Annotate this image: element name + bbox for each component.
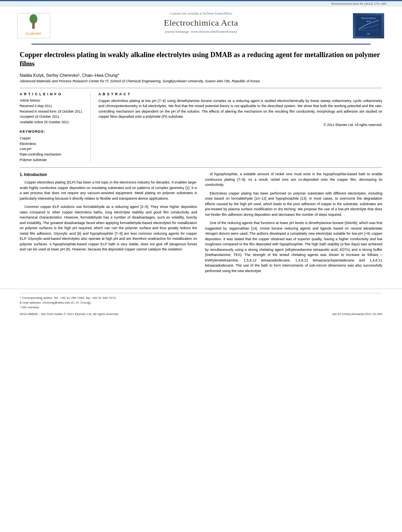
citation-text: Electrochimica Acta 59 (2012) 179–185 bbox=[331, 2, 386, 6]
svg-text:ISE: ISE bbox=[367, 32, 371, 35]
keywords-section: Keywords: Copper Electroless Low-pH Rate… bbox=[20, 130, 84, 163]
footer-doi: doi:10.1016/j.electacta.2011.10.053 bbox=[332, 312, 382, 316]
svg-point-1 bbox=[30, 14, 37, 24]
keywords-heading: Keywords: bbox=[20, 130, 84, 133]
keyword-5: Polymer substrate bbox=[20, 158, 84, 163]
article-authors: Nadiia Kulyk, Serhiy Cherevko¹, Chan–Hwa… bbox=[20, 73, 382, 78]
svg-text:Acta: Acta bbox=[366, 20, 371, 22]
keyword-4: Rate-controlling mechanism bbox=[20, 152, 84, 158]
accepted-date: Accepted 18 October 2011 bbox=[20, 115, 84, 119]
footer-divider bbox=[20, 293, 382, 293]
keyword-2: Electroless bbox=[20, 141, 84, 147]
svg-text:ELSEVIER: ELSEVIER bbox=[26, 32, 41, 35]
section1-heading: 1. Introduction bbox=[20, 172, 197, 178]
ise-note: ¹ ISE member. bbox=[20, 305, 382, 310]
article-abstract: A B S T R A C T Copper electroless plati… bbox=[98, 92, 382, 163]
journal-title: Electrochimica Acta bbox=[59, 18, 343, 28]
body-para-4: Electroless copper plating has been perf… bbox=[205, 191, 383, 218]
body-para-2: Common copper ELP solutions use formalde… bbox=[20, 204, 197, 252]
footer-bottom: 0013-4686/$ – see front matter © 2011 El… bbox=[20, 312, 382, 316]
body-two-col: 1. Introduction Copper electroless plati… bbox=[20, 172, 382, 277]
citation-bar: Electrochimica Acta 59 (2012) 179–185 bbox=[0, 1, 402, 7]
corresponding-note: * Corresponding author. Tel.: +82 31 290… bbox=[20, 296, 382, 300]
online-date: Available online 25 October 2011 bbox=[20, 120, 84, 125]
article-info-heading: A R T I C L E I N F O bbox=[20, 92, 84, 96]
abstract-text: Copper electroless plating at low pH (7–… bbox=[98, 98, 382, 120]
article-info-left: A R T I C L E I N F O Article history: R… bbox=[20, 92, 91, 163]
page-container: Electrochimica Acta 59 (2012) 179–185 EL… bbox=[0, 0, 402, 532]
journal-right-logo: Electrochimica Acta ISE bbox=[351, 12, 386, 39]
journal-homepage: journal homepage: www.elsevier.com/locat… bbox=[59, 30, 343, 33]
article-affiliation: Advanced Materials and Process Research … bbox=[20, 79, 382, 83]
keyword-3: Low-pH bbox=[20, 146, 84, 152]
main-divider bbox=[20, 167, 382, 168]
homepage-link[interactable]: www.elsevier.com/locate/electacta bbox=[191, 30, 237, 33]
email-note: E-mail address: chchung@skku.edu (C.-H. … bbox=[20, 300, 382, 305]
svg-rect-2 bbox=[32, 23, 35, 29]
svg-text:Electrochimica: Electrochimica bbox=[361, 17, 376, 19]
history-heading: Article history: bbox=[20, 98, 84, 103]
sciverse-link[interactable]: SciVerse ScienceDirect bbox=[203, 12, 232, 15]
body-para-1: Copper electroless plating (ELP) has bee… bbox=[20, 180, 197, 201]
revised-date: Received in revised form 18 October 2011 bbox=[20, 109, 84, 114]
body-col-right: of hypophosphite, a suitable amount of n… bbox=[205, 172, 383, 277]
page-footer: * Corresponding author. Tel.: +82 31 290… bbox=[0, 289, 402, 318]
elsevier-logo: ELSEVIER bbox=[16, 12, 51, 39]
abstract-heading: A B S T R A C T bbox=[98, 92, 382, 96]
copyright-line: © 2011 Elsevier Ltd. All rights reserved… bbox=[98, 123, 382, 127]
journal-center: Contents lists available at SciVerse Sci… bbox=[51, 12, 351, 33]
journal-brand-box: Electrochimica Acta ISE bbox=[353, 13, 384, 39]
info-divider-top bbox=[20, 88, 382, 88]
journal-header: ELSEVIER Contents lists available at Sci… bbox=[0, 7, 402, 44]
received-date: Received 4 May 2011 bbox=[20, 104, 84, 109]
body-para-3: of hypophosphite, a suitable amount of n… bbox=[205, 172, 383, 188]
article-info-section: A R T I C L E I N F O Article history: R… bbox=[20, 92, 382, 163]
sciverse-text: Contents lists available at bbox=[170, 12, 203, 15]
body-para-5: One of the reducing agents that function… bbox=[205, 221, 383, 274]
article-content: Copper electroless plating in weakly alk… bbox=[0, 44, 402, 285]
body-col-left: 1. Introduction Copper electroless plati… bbox=[20, 172, 197, 277]
keyword-1: Copper bbox=[20, 136, 84, 141]
footer-issn: 0013-4686/$ – see front matter © 2011 El… bbox=[20, 312, 119, 316]
article-title: Copper electroless plating in weakly alk… bbox=[20, 50, 382, 69]
elsevier-svg-icon: ELSEVIER bbox=[17, 13, 50, 39]
footer-notes: * Corresponding author. Tel.: +82 31 290… bbox=[20, 296, 382, 310]
journal-brand-svg: Electrochimica Acta ISE bbox=[353, 15, 384, 37]
sciverse-bar: Contents lists available at SciVerse Sci… bbox=[59, 12, 343, 15]
journal-top-bar: ELSEVIER Contents lists available at Sci… bbox=[16, 10, 386, 41]
